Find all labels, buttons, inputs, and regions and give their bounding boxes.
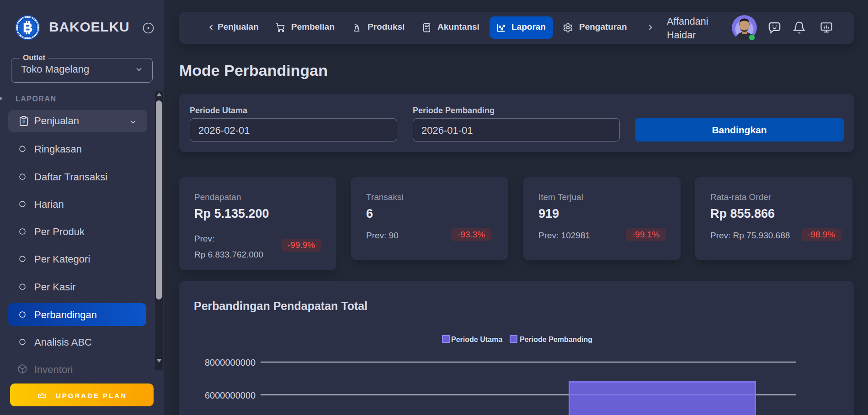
svg-text:B: B	[23, 21, 32, 35]
svg-text:$: $	[22, 119, 25, 124]
